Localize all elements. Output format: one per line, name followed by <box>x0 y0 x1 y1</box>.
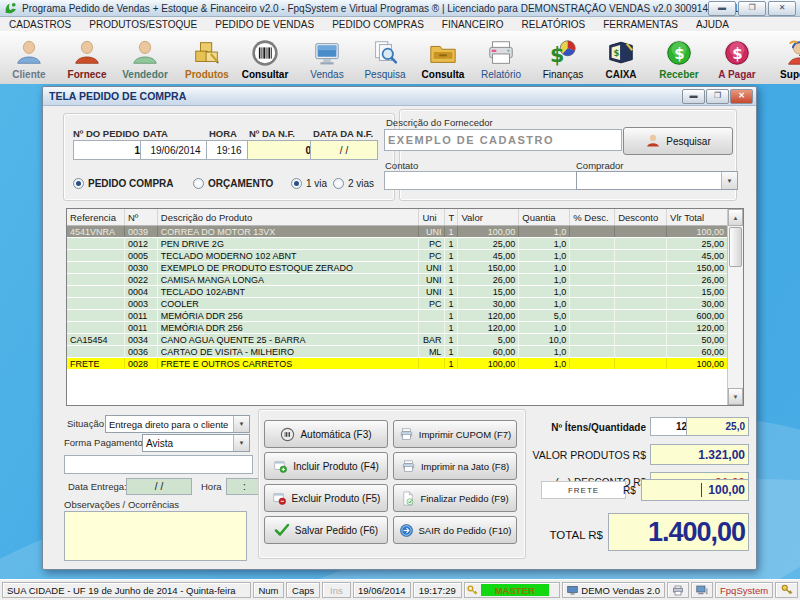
printer-small-icon <box>401 459 416 474</box>
payment-combobox[interactable]: Avista ▼ <box>142 434 250 452</box>
scroll-down-arrow-icon[interactable]: ▼ <box>728 388 743 405</box>
order-no-label: Nº DO PEDIDO <box>73 128 139 139</box>
delivery-date-field[interactable]: / / <box>126 478 192 495</box>
window-close-button[interactable]: ✕ <box>730 89 753 104</box>
toolbar-button-consultar[interactable]: Consultar <box>236 31 294 84</box>
table-row[interactable]: 0005TECLADO MODERNO 102 ABNTPC145,001,04… <box>67 250 727 262</box>
frete-caption-field[interactable]: FRETE <box>541 481 626 499</box>
radio-pedido-compra-dot[interactable] <box>73 178 84 189</box>
scrollbar-thumb[interactable] <box>729 227 742 267</box>
finalizar-pedido-button[interactable]: Finalizar Pedido (F9) <box>393 484 517 512</box>
salvar-pedido-button[interactable]: Salvar Pedido (F6) <box>264 516 388 544</box>
radio-1-via[interactable]: 1 via <box>291 173 327 191</box>
col-quantia[interactable]: Quantia <box>519 209 570 225</box>
table-row[interactable]: 0003COOLERPC130,001,030,00 <box>67 298 727 310</box>
col-percent-desc[interactable]: % Desc. <box>570 209 615 225</box>
observations-textarea[interactable] <box>64 511 247 561</box>
cashbook-icon: $ <box>606 36 636 69</box>
application-window: Programa Pedido de Vendas + Estoque & Fi… <box>0 0 800 600</box>
toolbar-button-apagar[interactable]: $ A Pagar <box>708 31 766 84</box>
product-table-header: Referencia Nº Descrição do Produto Uni T… <box>67 209 727 226</box>
app-minimize-button[interactable]: ▬ <box>708 1 736 16</box>
col-descricao[interactable]: Descrição do Produto <box>158 209 420 225</box>
radio-1-via-dot[interactable] <box>291 178 302 189</box>
toolbar-button-caixa[interactable]: $ CAIXA <box>592 31 650 84</box>
status-bar: SUA CIDADE - UF 19 de Junho de 2014 - Qu… <box>0 579 800 600</box>
window-minimize-button[interactable]: ▬ <box>682 89 705 104</box>
time-field[interactable]: 19:16 <box>206 140 252 160</box>
col-vlr-total[interactable]: Vlr Total <box>667 209 727 225</box>
toolbar-label: Consulta <box>422 69 465 80</box>
table-row[interactable]: 0011MEMÓRIA DDR 2561120,001,0120,00 <box>67 322 727 334</box>
col-valor[interactable]: Valor <box>458 209 519 225</box>
menu-ajuda[interactable]: AJUDA <box>687 19 738 30</box>
menu-pedido-compras[interactable]: PEDIDO COMPRAS <box>323 19 433 30</box>
col-desconto[interactable]: Desconto <box>615 209 667 225</box>
order-no-field[interactable]: 1 <box>73 140 144 160</box>
cell-desc: CORREA DO MOTOR 13VX <box>158 226 420 237</box>
menu-relatorios[interactable]: RELATÓRIOS <box>513 19 595 30</box>
nf-date-field[interactable]: / / <box>310 140 378 160</box>
radio-2-vias[interactable]: 2 vias <box>333 173 374 191</box>
toolbar-button-vendas[interactable]: Vendas <box>298 31 356 84</box>
toolbar-button-produtos[interactable]: Produtos <box>178 31 236 84</box>
supplier-value: EXEMPLO DE CADASTRO <box>388 134 554 146</box>
scroll-up-arrow-icon[interactable]: ▲ <box>728 209 743 226</box>
app-close-button[interactable]: ✕ <box>768 1 796 16</box>
cell-pdesc <box>570 358 615 369</box>
window-maximize-button[interactable]: ❐ <box>706 89 729 104</box>
table-row[interactable]: 0022CAMISA MANGA LONGAUNI126,001,026,00 <box>67 274 727 286</box>
menu-cadastros[interactable]: CADASTROS <box>0 19 80 30</box>
table-row[interactable]: 0012PEN DRIVE 2GPC125,001,025,00 <box>67 238 727 250</box>
frete-field[interactable]: 100,00 <box>641 479 749 501</box>
toolbar-button-receber[interactable]: $ Receber <box>650 31 708 84</box>
toolbar-button-relatorio[interactable]: Relatório <box>472 31 530 84</box>
table-row[interactable]: 0036CARTAO DE VISITA - MILHEIROML160,001… <box>67 346 727 358</box>
toolbar-button-pesquisa[interactable]: Pesquisa <box>356 31 414 84</box>
cell-num: 0003 <box>125 298 158 309</box>
toolbar-button-suporte[interactable]: Suporte <box>770 31 800 84</box>
automatica-button[interactable]: Automática (F3) <box>264 420 388 448</box>
menu-pedido-vendas[interactable]: PEDIDO DE VENDAS <box>206 19 323 30</box>
radio-2-vias-dot[interactable] <box>333 178 344 189</box>
cell-desconto <box>615 286 667 297</box>
sair-pedido-button[interactable]: SAIR do Pedido (F10) <box>393 516 517 544</box>
radio-pedido-compra[interactable]: PEDIDO COMPRA <box>73 173 174 191</box>
radio-orcamento[interactable]: ORÇAMENTO <box>193 173 273 191</box>
excluir-produto-button[interactable]: Excluir Produto (F5) <box>264 484 388 512</box>
table-row[interactable]: 0011MEMÓRIA DDR 2561120,005,0600,00 <box>67 310 727 322</box>
radio-orcamento-dot[interactable] <box>193 178 204 189</box>
toolbar-button-consulta[interactable]: Consulta <box>414 31 472 84</box>
incluir-produto-button[interactable]: Incluir Produto (F4) <box>264 452 388 480</box>
status-computer-segment[interactable] <box>691 582 713 598</box>
scrollbar-track[interactable] <box>728 268 743 388</box>
nf-number-field[interactable]: 0 <box>247 140 315 160</box>
buyer-combobox[interactable]: ▼ <box>576 171 738 190</box>
table-row[interactable]: CA154540034CANO AGUA QUENTE 25 - BARRABA… <box>67 334 727 346</box>
toolbar-button-financas[interactable]: $ Finanças <box>534 31 592 84</box>
status-key-segment[interactable] <box>775 582 798 598</box>
supplier-field[interactable]: EXEMPLO DE CADASTRO <box>384 129 622 151</box>
app-restore-button[interactable]: ❐ <box>738 1 766 16</box>
table-vertical-scrollbar[interactable]: ▲ ▼ <box>727 209 743 405</box>
table-row[interactable]: FRETE0028FRETE E OUTROS CARRETOS1100,001… <box>67 358 727 370</box>
toolbar-button-cliente[interactable]: Cliente <box>0 31 58 84</box>
table-row[interactable]: 4541VNRA0039CORREA DO MOTOR 13VXUNI1100,… <box>67 226 727 238</box>
status-printer-segment[interactable] <box>667 582 689 598</box>
toolbar-button-vendedor[interactable]: Vendedor <box>116 31 174 84</box>
table-row[interactable]: 0004TECLADO 102ABNTUNI115,001,015,00 <box>67 286 727 298</box>
table-row[interactable]: 0030EXEMPLO DE PRODUTO ESTOQUE ZERADOUNI… <box>67 262 727 274</box>
menu-financeiro[interactable]: FINANCEIRO <box>433 19 513 30</box>
menu-produtos-estoque[interactable]: PRODUTOS/ESTOQUE <box>80 19 206 30</box>
col-uni[interactable]: Uni <box>419 209 445 225</box>
contact-field[interactable] <box>384 171 578 190</box>
col-t[interactable]: T <box>445 209 458 225</box>
toolbar-button-fornece[interactable]: Fornece <box>58 31 116 84</box>
search-supplier-button[interactable]: Pesquisar <box>623 127 733 155</box>
menu-ferramentas[interactable]: FERRAMENTAS <box>594 19 687 30</box>
payment-extra-field[interactable] <box>64 455 253 474</box>
col-numero[interactable]: Nº <box>125 209 158 225</box>
situacao-combobox[interactable]: Entrega direto para o cliente ▼ <box>105 415 250 433</box>
col-referencia[interactable]: Referencia <box>67 209 125 225</box>
date-field[interactable]: 19/06/2014 <box>140 140 211 160</box>
